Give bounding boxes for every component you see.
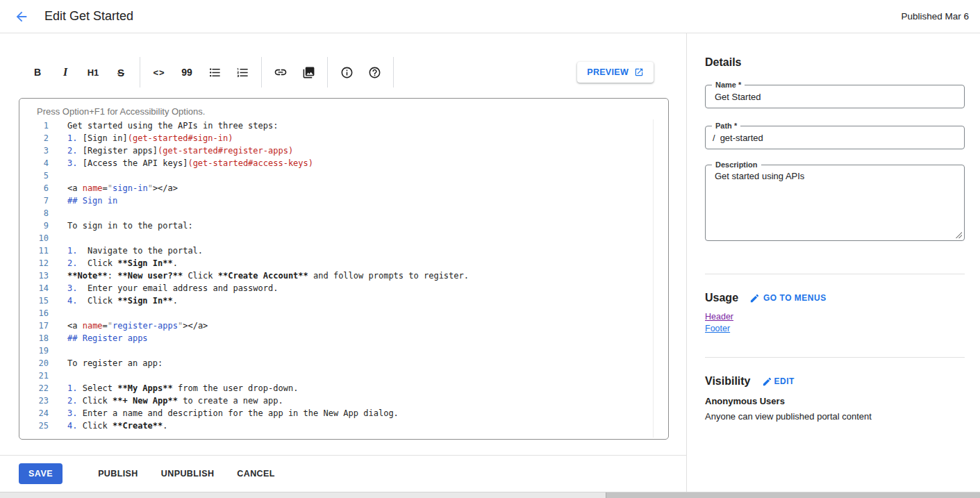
image-library-icon <box>302 66 315 79</box>
preview-button[interactable]: PREVIEW <box>577 62 654 83</box>
markdown-toolbar: B I H1 S <> 99 <box>24 57 654 88</box>
line-number: 7 <box>19 194 49 207</box>
usage-link-header[interactable]: Header <box>705 311 733 322</box>
details-heading: Details <box>705 56 965 69</box>
usage-heading: Usage <box>705 291 738 305</box>
line-content: 2. Click **Sign In**. <box>67 257 178 269</box>
bulleted-list-button[interactable] <box>201 58 229 86</box>
code-icon: <> <box>153 67 165 78</box>
help-button[interactable] <box>360 58 388 86</box>
line-number: 17 <box>19 319 49 332</box>
line-content: <a name="sign-in"></a> <box>67 182 178 194</box>
go-to-menus-button[interactable]: GO TO MENUS <box>749 293 827 304</box>
line-number: 1 <box>19 119 49 132</box>
pencil-icon <box>762 376 772 387</box>
line-number: 6 <box>19 182 49 194</box>
editor-line: 17<a name="register-apps"></a> <box>19 319 668 332</box>
editor-line: 111. Navigate to the portal. <box>19 244 668 257</box>
name-field-label: Name * <box>712 81 745 90</box>
line-number: 3 <box>19 144 49 157</box>
line-number: 20 <box>19 357 49 370</box>
line-number: 15 <box>19 294 49 307</box>
horizontal-scrollbar[interactable] <box>0 492 980 498</box>
line-number: 24 <box>19 407 49 420</box>
line-content: **Note**: **New user?** Click **Create A… <box>67 269 469 282</box>
bulleted-list-icon <box>208 66 222 79</box>
italic-button[interactable]: I <box>51 58 79 86</box>
edit-page-app: Edit Get Started Published Mar 6 B I H1 … <box>0 0 980 492</box>
editor-line: 1Get started using the APIs in three ste… <box>19 119 668 132</box>
editor-column: B I H1 S <> 99 <box>0 33 686 492</box>
resize-handle[interactable] <box>956 232 962 238</box>
line-content: Get started using the APIs in three step… <box>67 119 278 132</box>
markdown-editor[interactable]: Press Option+F1 for Accessibility Option… <box>19 98 669 440</box>
blockquote-button[interactable]: 99 <box>173 58 201 86</box>
toolbar-divider <box>261 57 262 88</box>
editor-lines: 1Get started using the APIs in three ste… <box>19 119 668 432</box>
code-button[interactable]: <> <box>145 58 173 86</box>
line-number: 19 <box>19 345 49 357</box>
go-to-menus-label: GO TO MENUS <box>763 293 827 303</box>
line-number: 16 <box>19 307 49 319</box>
description-field-wrapper: Description Get started using APIs <box>705 165 965 241</box>
editor-line: 154. Click **Sign In**. <box>19 294 668 307</box>
strikethrough-button[interactable]: S <box>107 58 135 86</box>
unpublish-button[interactable]: UNPUBLISH <box>161 469 215 479</box>
toolbar-divider <box>327 57 328 88</box>
editor-line: 122. Click **Sign In**. <box>19 257 668 269</box>
visibility-subject: Anonymous Users <box>705 396 965 406</box>
editor-line: 13**Note**: **New user?** Click **Create… <box>19 269 668 282</box>
line-number: 2 <box>19 132 49 144</box>
editor-line: 19 <box>19 345 668 357</box>
usage-link-footer[interactable]: Footer <box>705 323 730 334</box>
insert-link-button[interactable] <box>267 58 294 86</box>
heading-button[interactable]: H1 <box>79 58 107 86</box>
visibility-description: Anyone can view published portal content <box>705 411 965 422</box>
horizontal-scrollbar-thumb[interactable] <box>606 492 980 498</box>
line-number: 13 <box>19 269 49 282</box>
toolbar-divider <box>393 57 394 88</box>
path-input[interactable] <box>715 126 964 149</box>
arrow-back-icon <box>14 9 29 24</box>
save-button[interactable]: SAVE <box>19 463 63 484</box>
quote-icon: 99 <box>181 67 192 78</box>
usage-links: HeaderFooter <box>705 311 965 334</box>
line-content: 1. Select **My Apps** from the user drop… <box>67 382 298 395</box>
line-number: 21 <box>19 370 49 382</box>
line-content: 3. Enter a name and description for the … <box>67 407 399 420</box>
path-prefix: / <box>706 133 715 143</box>
editor-scrollbar-track[interactable] <box>653 119 654 438</box>
line-content: 1. Navigate to the portal. <box>67 244 203 257</box>
line-content: 3. Enter your email address and password… <box>67 282 278 294</box>
section-divider <box>705 357 965 358</box>
line-content: 3. [Access the API keys](get-started#acc… <box>67 157 313 169</box>
editor-line: 32. [Register apps](get-started#register… <box>19 144 668 157</box>
bold-button[interactable]: B <box>24 58 51 86</box>
accessibility-hint: Press Option+F1 for Accessibility Option… <box>19 99 668 119</box>
action-bar: SAVE PUBLISH UNPUBLISH CANCEL <box>0 455 686 492</box>
line-number: 11 <box>19 244 49 257</box>
link-icon <box>274 65 288 79</box>
numbered-list-button[interactable] <box>229 58 256 86</box>
line-content: ## Sign in <box>67 194 117 207</box>
details-panel: Details Name * Path * / Description Get … <box>686 33 980 492</box>
edit-visibility-button[interactable]: EDIT <box>762 376 795 387</box>
cancel-button[interactable]: CANCEL <box>237 469 274 479</box>
editor-line: 143. Enter your email address and passwo… <box>19 282 668 294</box>
name-field-wrapper: Name * <box>705 85 965 108</box>
line-number: 9 <box>19 219 49 232</box>
pencil-icon <box>749 293 760 304</box>
publish-button[interactable]: PUBLISH <box>98 469 138 479</box>
description-textarea[interactable]: Get started using APIs <box>706 165 964 229</box>
line-content: To register an app: <box>67 357 163 370</box>
line-number: 8 <box>19 207 49 219</box>
info-icon <box>340 66 354 79</box>
editor-line: 10 <box>19 232 668 244</box>
back-button[interactable] <box>13 8 31 26</box>
visibility-heading: Visibility <box>705 374 751 388</box>
content-area: B I H1 S <> 99 <box>0 33 980 492</box>
editor-line: 21. [Sign in](get-started#sign-in) <box>19 132 668 144</box>
info-button[interactable] <box>333 58 360 86</box>
insert-image-button[interactable] <box>294 58 322 86</box>
strikethrough-icon: S <box>117 67 124 78</box>
